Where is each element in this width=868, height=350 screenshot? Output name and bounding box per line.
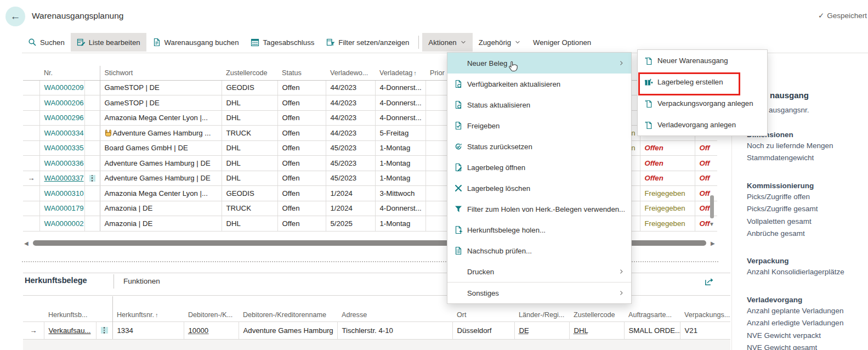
menu-item-sonstiges[interactable]: Sonstiges [447, 283, 631, 303]
menu-item-status-aktualisieren[interactable]: Status aktualisieren [447, 94, 631, 115]
shipment-link[interactable]: WA0000334 [44, 129, 84, 137]
row-more-cell[interactable] [84, 140, 100, 156]
cell-stichwort[interactable]: GameSTOP | DE [100, 80, 222, 95]
cell-herkunftsbelegart[interactable]: Verkaufsau... [44, 321, 96, 339]
source-column-header-herkunftsb-[interactable]: Herkunftsb... [44, 301, 96, 321]
cell-zustellercode[interactable]: DHL [569, 321, 624, 339]
menu-item-drucken[interactable]: Drucken [447, 261, 631, 282]
cell-zustellercode-link[interactable]: DHL [574, 326, 588, 335]
cell-zustellercode[interactable]: DHL [222, 140, 277, 156]
cell-status3[interactable]: Off [695, 156, 717, 171]
cell-status[interactable]: Offen [277, 126, 326, 141]
cell-verladewoche[interactable]: 1/2024 [326, 201, 375, 216]
shipment-link[interactable]: WA0000336 [44, 159, 84, 167]
cell-zustellercode[interactable]: DHL [222, 171, 277, 186]
more-options-icon[interactable] [89, 175, 95, 182]
cell-stichwort[interactable]: Adventure Games Hamburg | DE [100, 156, 222, 171]
cell-zustellercode[interactable]: DHL [222, 95, 277, 111]
submenu-item-verladevorgang-anlegen[interactable]: Verladevorgang anlegen [638, 114, 767, 136]
source-column-header-adresse[interactable]: Adresse [337, 301, 452, 321]
cell-ort[interactable]: Düsseldorf [452, 321, 514, 339]
source-column-header-herkunftsnr-[interactable]: Herkunftsnr.↑ [112, 301, 184, 321]
menu-item-neuer-beleg[interactable]: Neuer Beleg [447, 53, 631, 74]
menu-item-status-zurücksetzen[interactable]: Status zurücksetzen [447, 136, 631, 157]
row-selector-cell[interactable] [23, 186, 39, 201]
scroll-down-icon[interactable]: ▼ [709, 222, 714, 227]
row-selector-cell[interactable] [23, 126, 39, 141]
scroll-left-icon[interactable]: ◀ [24, 241, 29, 246]
menu-item-herkunftsbelege-holen-[interactable]: Herkunftsbelege holen... [447, 219, 631, 240]
cell-adresse[interactable]: Tischlerstr. 4-10 [337, 321, 452, 339]
back-button[interactable]: ← [5, 7, 25, 26]
cell-status2[interactable]: Freigegeben [640, 201, 695, 216]
cell-verladetag[interactable]: 4-Donnerst... [375, 80, 426, 95]
cell-status[interactable]: Offen [277, 186, 326, 201]
more-options-icon[interactable] [101, 327, 108, 334]
shipment-link[interactable]: WA0000335 [44, 144, 84, 152]
menu-item-freigeben[interactable]: Freigeben [447, 115, 631, 136]
cell-status[interactable]: Offen [277, 140, 326, 156]
cell-verladewoche[interactable]: 1/2024 [326, 186, 375, 201]
cell-status[interactable]: Offen [277, 171, 326, 186]
toolbar-button-warenausgang-buchen[interactable]: Warenausgang buchen [146, 33, 245, 52]
cell-name[interactable]: Adventure Games Hamburg [239, 321, 337, 339]
row-more-cell[interactable] [84, 156, 100, 171]
cell-stichwort[interactable]: Amazonia | DE [100, 216, 222, 232]
part-menu-funktionen[interactable]: Funktionen [123, 277, 160, 285]
cell-verladetag[interactable]: 1-Montag [375, 216, 426, 232]
open-part-icon[interactable] [704, 276, 714, 286]
cell-stichwort[interactable]: Amazonia Mega Center Lyon |... [100, 186, 222, 201]
cell-nr[interactable]: WA0000334 [39, 126, 84, 141]
menu-item-filter-zum-holen-von-herk-belegen-verwenden-[interactable]: Filter zum Holen von Herk.-Belegen verwe… [447, 199, 631, 219]
cell-status[interactable]: Offen [277, 216, 326, 232]
cell-status[interactable]: Offen [277, 110, 326, 126]
toolbar-menu-zugeh-rig[interactable]: Zugehörig [473, 33, 527, 52]
cell-verpackung[interactable]: V21 [680, 321, 730, 339]
row-selector-cell[interactable] [23, 216, 39, 232]
cell-verladewoche[interactable]: 44/2023 [326, 126, 375, 141]
shipment-link[interactable]: WA0000310 [44, 189, 84, 197]
submenu-item-verpackungsvorgang-anlegen[interactable]: Verpackungsvorgang anlegen [638, 93, 767, 114]
cell-stichwort[interactable]: Amazonia | DE [100, 201, 222, 216]
row-selector-cell[interactable]: → [23, 171, 39, 186]
cell-verladetag[interactable]: 1-Montag [375, 171, 426, 186]
cell-auftragsart[interactable]: SMALL ORDE... [624, 321, 680, 339]
row-selector-cell[interactable]: → [23, 321, 44, 339]
cell-nr[interactable]: WA0000209 [39, 80, 84, 95]
cell-stichwort[interactable]: Board Games GmbH | DE [100, 140, 222, 156]
row-more-cell[interactable] [84, 216, 100, 232]
scroll-right-icon[interactable]: ▶ [711, 241, 715, 246]
cell-stichwort[interactable]: GameSTOP | DE [100, 95, 222, 111]
cell-verladewoche[interactable]: 45/2023 [326, 156, 375, 171]
cell-laender-region-link[interactable]: DE [519, 326, 529, 335]
column-header-stichwort[interactable]: Stichwort [100, 66, 222, 80]
row-more-cell[interactable] [84, 171, 100, 186]
shipment-link[interactable]: WA0000206 [44, 99, 84, 107]
cell-zustellercode[interactable]: TRUCK [222, 126, 277, 141]
shipment-link[interactable]: WA0000337 [44, 174, 84, 182]
cell-stichwort[interactable]: Amazonia Mega Center Lyon |... [100, 110, 222, 126]
cell-verladewoche[interactable]: 44/2023 [326, 110, 375, 126]
toolbar-button-filter-setzen-anzeigen[interactable]: Filter setzen/anzeigen [320, 33, 415, 52]
cell-status2[interactable]: Freigegeben [640, 186, 695, 201]
source-table-row[interactable]: →Verkaufsau...133410000Adventure Games H… [23, 321, 730, 339]
cell-verladewoche[interactable]: 5/2025 [326, 216, 375, 232]
menu-item-lagerbeleg-löschen[interactable]: Lagerbeleg löschen [447, 178, 631, 199]
toolbar-menu-aktionen[interactable]: Aktionen [422, 33, 472, 52]
cell-verladetag[interactable]: 1-Montag [375, 140, 426, 156]
row-more-cell[interactable] [96, 321, 112, 339]
shipment-link[interactable]: WA0000179 [44, 204, 84, 212]
source-doc-link[interactable]: Verkaufsau... [49, 326, 91, 335]
source-column-header-verpackungs-[interactable]: Verpackungs... [680, 301, 730, 321]
cell-debitoren-nr[interactable]: 10000 [184, 321, 239, 339]
cell-status3[interactable]: Off [695, 140, 717, 156]
submenu-item-neuer-warenausgang[interactable]: Neuer Warenausgang [638, 50, 767, 71]
row-more-cell[interactable] [84, 110, 100, 126]
cell-nr[interactable]: WA0000179 [39, 201, 84, 216]
cell-zustellercode[interactable]: GEODIS [222, 80, 277, 95]
column-header-status[interactable]: Status [277, 66, 326, 80]
cell-nr[interactable]: WA0000206 [39, 95, 84, 111]
cell-nr[interactable]: WA0000002 [39, 216, 84, 232]
cell-verladetag[interactable]: 5-Freitag [375, 126, 426, 141]
menu-item-lagerbeleg-öffnen[interactable]: Lagerbeleg öffnen [447, 157, 631, 178]
